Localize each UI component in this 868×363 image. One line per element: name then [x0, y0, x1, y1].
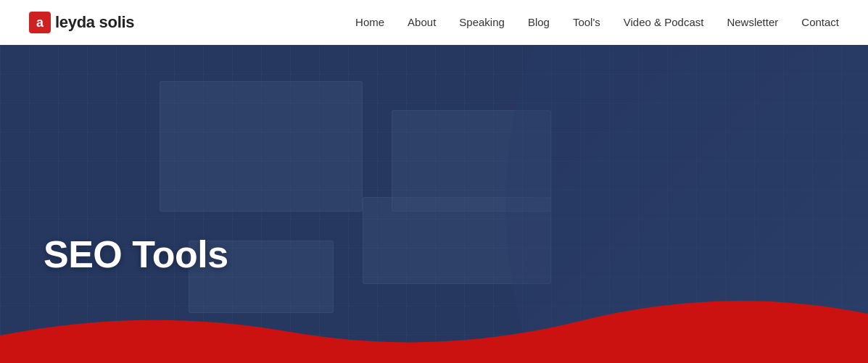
hero-content: SEO Tools [44, 233, 228, 276]
logo-icon: a [29, 12, 51, 33]
hero-title: SEO Tools [44, 233, 228, 276]
nav-item-speaking[interactable]: Speaking [459, 16, 505, 29]
nav-link-tools[interactable]: Tool's [573, 16, 600, 28]
nav-item-tools[interactable]: Tool's [573, 16, 600, 29]
nav-link-contact[interactable]: Contact [801, 16, 839, 28]
nav-link-newsletter[interactable]: Newsletter [727, 16, 778, 28]
hero-section: SEO Tools [0, 45, 868, 363]
nav-link-video-podcast[interactable]: Video & Podcast [624, 16, 704, 28]
nav-item-home[interactable]: Home [355, 16, 384, 29]
nav-item-newsletter[interactable]: Newsletter [727, 16, 778, 29]
logo[interactable]: a leyda solis [29, 12, 134, 33]
nav-link-blog[interactable]: Blog [528, 16, 550, 28]
hero-wave [0, 292, 868, 363]
navbar: a leyda solis Home About Speaking Blog T… [0, 0, 868, 45]
nav-item-about[interactable]: About [408, 16, 436, 29]
nav-links: Home About Speaking Blog Tool's Video & … [355, 16, 839, 29]
nav-link-about[interactable]: About [408, 16, 436, 28]
nav-item-contact[interactable]: Contact [801, 16, 839, 29]
nav-link-speaking[interactable]: Speaking [459, 16, 505, 28]
nav-link-home[interactable]: Home [355, 16, 384, 28]
nav-item-blog[interactable]: Blog [528, 16, 550, 29]
nav-item-video-podcast[interactable]: Video & Podcast [624, 16, 704, 29]
logo-text: leyda solis [55, 13, 134, 32]
